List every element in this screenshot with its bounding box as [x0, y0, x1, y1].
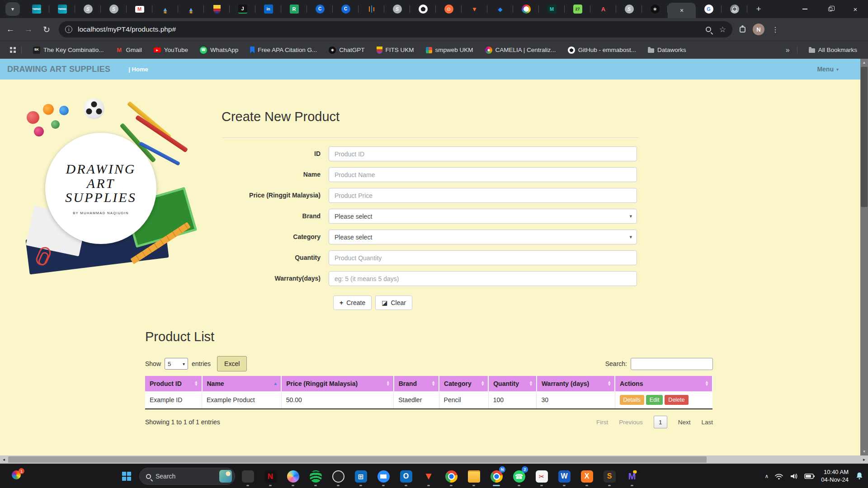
sublime-icon[interactable]: S: [599, 465, 619, 487]
bookmark-smpweb-ukm[interactable]: smpweb UKM: [426, 47, 473, 53]
chrome-active-icon[interactable]: N: [486, 465, 506, 487]
pinned-tab-tmrnd[interactable]: TMRND: [24, 0, 49, 18]
pinned-tab-calendar-27[interactable]: 27: [565, 0, 590, 18]
snipping-tool-icon[interactable]: ✂: [532, 465, 552, 487]
vertical-scrollbar[interactable]: ▲ ▼: [860, 59, 868, 455]
brave-icon[interactable]: ▼: [419, 465, 439, 487]
bookmark-github-emmabost[interactable]: GitHub - emmabost...: [568, 47, 636, 54]
bookmark-key-combination[interactable]: BK The Key Combinatio...: [33, 47, 104, 54]
pinned-tab-jira[interactable]: ◆: [487, 0, 513, 18]
form-field-box[interactable]: Please select ▾: [329, 230, 637, 244]
tab-google[interactable]: G: [696, 0, 722, 18]
column-warranty[interactable]: Warranty (days): [537, 376, 615, 391]
xampp-icon[interactable]: X: [577, 465, 597, 487]
column-product-id[interactable]: Product ID: [145, 376, 202, 391]
notification-bell-icon[interactable]: [854, 471, 864, 481]
all-bookmarks-button[interactable]: All Bookmarks: [809, 47, 857, 53]
delete-button[interactable]: Delete: [665, 395, 688, 405]
vertical-scrollbar-thumb[interactable]: [861, 67, 868, 207]
taskbar-search[interactable]: Search: [139, 468, 235, 485]
scroll-left-icon[interactable]: ◄: [0, 455, 8, 464]
pinned-tab-jstor[interactable]: J: [230, 0, 255, 18]
netflix-icon[interactable]: N: [260, 465, 280, 487]
tab-search-button[interactable]: ▾: [5, 2, 20, 16]
close-window-button[interactable]: ×: [843, 0, 868, 18]
pinned-tab-ukm-crest[interactable]: [204, 0, 230, 18]
tray-chevron-icon[interactable]: ∧: [765, 473, 769, 479]
edit-button[interactable]: Edit: [646, 395, 663, 405]
active-tab-localhost[interactable]: ×: [668, 3, 696, 18]
new-tab-button[interactable]: +: [752, 2, 765, 16]
bookmark-free-apa[interactable]: Free APA Citation G...: [250, 47, 317, 53]
pinned-tab-chatgpt[interactable]: ∗: [642, 0, 668, 18]
start-button[interactable]: [117, 466, 137, 486]
pagination-first[interactable]: First: [596, 419, 608, 426]
volume-icon[interactable]: [789, 472, 798, 480]
pagination-current-page[interactable]: 1: [654, 416, 667, 428]
pinned-tab-airbnb[interactable]: A: [590, 0, 616, 18]
column-name[interactable]: Name: [202, 376, 282, 391]
pinned-tab-mermaid[interactable]: M: [539, 0, 565, 18]
pinned-tab-globe[interactable]: S: [75, 0, 101, 18]
horizontal-scrollbar-thumb[interactable]: [8, 456, 707, 463]
form-field-box[interactable]: eg: 5 (it means 5 days) ▾: [329, 271, 637, 286]
tab-chrome-logo[interactable]: [722, 0, 747, 18]
site-info-icon[interactable]: i: [65, 26, 72, 33]
bookmark-whatsapp[interactable]: ☎ WhatsApp: [200, 47, 238, 54]
column-price[interactable]: Price (Ringgit Malaysia): [281, 376, 393, 391]
column-quantity[interactable]: Quantity: [488, 376, 537, 391]
horizontal-scrollbar[interactable]: ◄ ►: [0, 455, 868, 464]
file-explorer-icon[interactable]: [464, 465, 484, 487]
back-button[interactable]: ←: [3, 22, 18, 37]
bookmark-camelia[interactable]: CAMELIA | Centraliz...: [485, 47, 556, 54]
pinned-tab-rocket[interactable]: ▲: [178, 0, 204, 18]
form-field-box[interactable]: Product ID ▾: [329, 146, 637, 161]
spotify-icon[interactable]: [306, 465, 326, 487]
scroll-down-icon[interactable]: ▼: [860, 448, 868, 455]
pagination-next[interactable]: Next: [678, 419, 691, 426]
pinned-tab-rocket[interactable]: ▲: [152, 0, 178, 18]
pinned-tab-globe[interactable]: S: [101, 0, 127, 18]
task-view-icon[interactable]: [238, 465, 258, 487]
pinned-tab-c-blue[interactable]: C: [307, 0, 333, 18]
site-brand-link[interactable]: DRAWING ART SUPPLIES: [7, 65, 110, 74]
taskbar-clock[interactable]: 10:40 AM 04-Nov-24: [821, 469, 849, 484]
opera-icon[interactable]: [328, 465, 348, 487]
pinned-tab-globe[interactable]: S: [384, 0, 410, 18]
notification-palette-icon[interactable]: 1: [12, 470, 23, 481]
word-icon[interactable]: W: [554, 465, 574, 487]
copilot-icon[interactable]: [283, 465, 303, 487]
whatsapp-icon[interactable]: ☎ 2: [509, 465, 529, 487]
pinned-tab-github[interactable]: [410, 0, 436, 18]
excel-export-button[interactable]: Excel: [217, 356, 247, 371]
form-field-box[interactable]: Product Quantity ▾: [329, 250, 637, 265]
apps-grid-icon[interactable]: [10, 47, 16, 53]
profile-avatar[interactable]: N: [753, 23, 764, 35]
pinned-tab-linkedin[interactable]: in: [255, 0, 281, 18]
wifi-icon[interactable]: [774, 472, 783, 480]
pinned-tab-globe[interactable]: S: [616, 0, 642, 18]
column-brand[interactable]: Brand: [394, 376, 439, 391]
pinned-tab-bars[interactable]: [359, 0, 384, 18]
chrome-icon[interactable]: [441, 465, 461, 487]
pinned-tab-gmail[interactable]: M: [127, 0, 152, 18]
browser-menu-icon[interactable]: ⋮: [772, 25, 779, 34]
pinned-tab-c-blue[interactable]: C: [333, 0, 359, 18]
menu-dropdown[interactable]: Menu ▾: [817, 66, 839, 73]
bookmark-chatgpt[interactable]: ∗ ChatGPT: [329, 47, 364, 54]
column-actions[interactable]: Actions: [615, 376, 712, 391]
create-button[interactable]: + Create: [333, 296, 372, 310]
tab-close-icon[interactable]: ×: [680, 7, 684, 14]
mockitt-icon[interactable]: M: [622, 465, 642, 487]
outlook-icon[interactable]: O: [396, 465, 416, 487]
pagination-last[interactable]: Last: [701, 419, 713, 426]
pagination-previous[interactable]: Previous: [619, 419, 643, 426]
ms-store-icon[interactable]: ⊞: [351, 465, 371, 487]
details-button[interactable]: Details: [620, 395, 644, 405]
column-category[interactable]: Category: [439, 376, 488, 391]
clear-button[interactable]: ◪ Clear: [375, 296, 412, 310]
reload-button[interactable]: ↻: [39, 22, 54, 37]
pinned-tab-palette[interactable]: [513, 0, 539, 18]
search-lens-icon[interactable]: [706, 27, 711, 32]
forward-button[interactable]: →: [21, 22, 36, 37]
